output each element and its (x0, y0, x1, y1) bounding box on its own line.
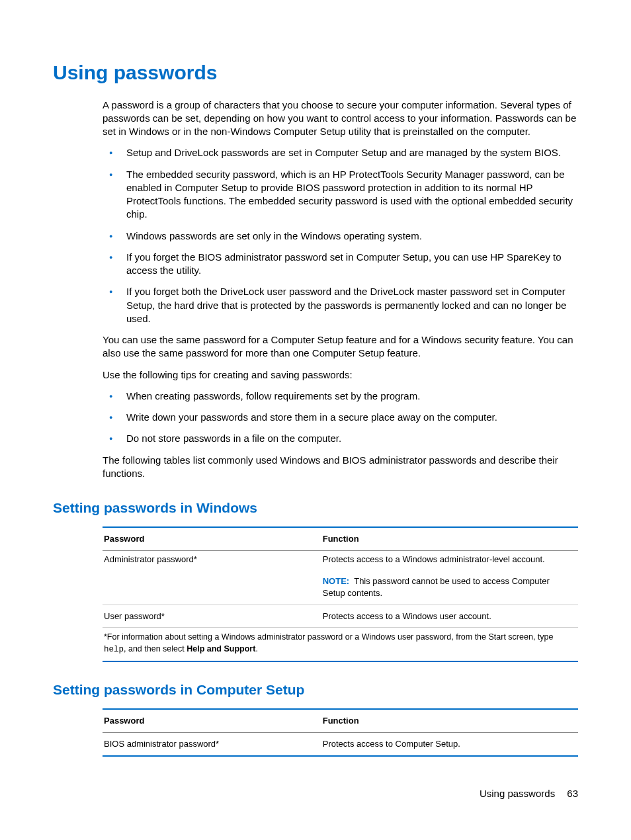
page-heading: Using passwords (53, 60, 578, 87)
windows-passwords-table: Password Function Administrator password… (103, 526, 578, 662)
paragraph: Use the following tips for creating and … (103, 368, 578, 382)
section-heading-computer-setup: Setting passwords in Computer Setup (53, 681, 578, 699)
note-label: NOTE: (323, 576, 349, 586)
footnote-text-c: . (255, 644, 257, 653)
cell-password: Administrator password* (103, 550, 321, 570)
computer-setup-passwords-table: Password Function BIOS administrator pas… (103, 708, 578, 756)
section-heading-windows: Setting passwords in Windows (53, 499, 578, 517)
cell-password: User password* (103, 605, 321, 628)
footnote-code: help (104, 645, 124, 654)
cell-empty (103, 570, 321, 605)
table-row: NOTE: This password cannot be used to ac… (103, 570, 578, 605)
footnote-cell: *For information about setting a Windows… (103, 628, 578, 662)
table-row: Administrator password* Protects access … (103, 550, 578, 570)
cell-function: Protects access to Computer Setup. (321, 732, 578, 755)
cs-table-block: Password Function BIOS administrator pas… (103, 708, 578, 756)
intro-paragraph: A password is a group of characters that… (103, 99, 578, 139)
page-number: 63 (567, 788, 578, 799)
paragraph: You can use the same password for a Comp… (103, 333, 578, 360)
content-block: A password is a group of characters that… (103, 99, 578, 481)
table-header-function: Function (321, 709, 578, 732)
footer-section-name: Using passwords (480, 788, 555, 799)
table-row: User password* Protects access to a Wind… (103, 605, 578, 628)
paragraph: The following tables list commonly used … (103, 454, 578, 481)
table-header-password: Password (103, 527, 321, 550)
list-item: Do not store passwords in a file on the … (103, 432, 578, 445)
list-item: Setup and DriveLock passwords are set in… (103, 146, 578, 159)
list-item: If you forget the BIOS administrator pas… (103, 251, 578, 278)
note-text: This password cannot be used to access C… (323, 576, 550, 598)
list-item: If you forget both the DriveLock user pa… (103, 285, 578, 325)
list-item: When creating passwords, follow requirem… (103, 390, 578, 403)
cell-note: NOTE: This password cannot be used to ac… (321, 570, 578, 605)
cell-function: Protects access to a Windows administrat… (321, 550, 578, 570)
bullet-list-2: When creating passwords, follow requirem… (103, 390, 578, 446)
footnote-text-a: *For information about setting a Windows… (104, 632, 553, 642)
list-item: Windows passwords are set only in the Wi… (103, 230, 578, 243)
table-header-password: Password (103, 709, 321, 732)
footnote-text-b: , and then select (124, 644, 187, 653)
table-footnote-row: *For information about setting a Windows… (103, 628, 578, 662)
cell-function: Protects access to a Windows user accoun… (321, 605, 578, 628)
windows-table-block: Password Function Administrator password… (103, 526, 578, 662)
page-footer: Using passwords 63 (480, 787, 578, 800)
cell-password: BIOS administrator password* (103, 732, 321, 755)
footnote-bold: Help and Support (187, 644, 255, 653)
table-header-function: Function (321, 527, 578, 550)
list-item: The embedded security password, which is… (103, 168, 578, 222)
list-item: Write down your passwords and store them… (103, 411, 578, 424)
bullet-list-1: Setup and DriveLock passwords are set in… (103, 146, 578, 325)
table-row: BIOS administrator password* Protects ac… (103, 732, 578, 755)
